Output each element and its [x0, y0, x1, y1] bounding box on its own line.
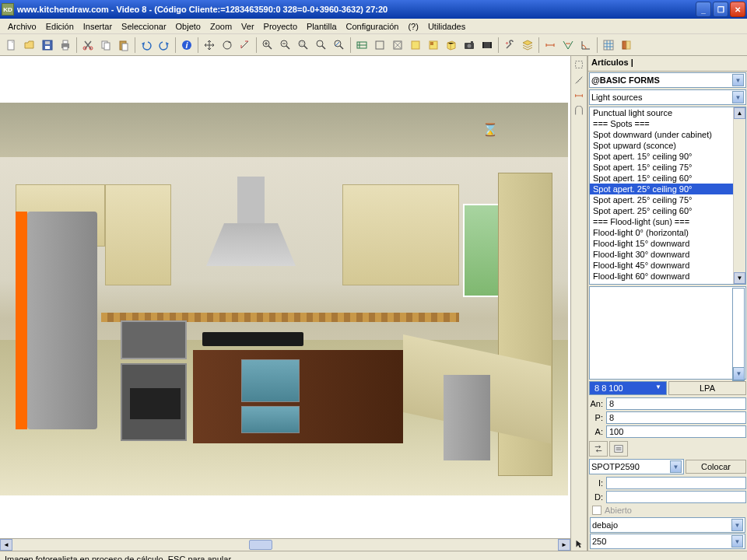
position-combo[interactable]: debajo ▼	[590, 517, 745, 533]
undo-icon[interactable]	[138, 37, 155, 54]
list-item[interactable]: Punctual light source	[590, 107, 745, 118]
vt-opening-icon[interactable]	[572, 104, 586, 118]
list-item[interactable]: Flood-light 30° downward	[590, 249, 745, 260]
view-plan-icon[interactable]	[353, 37, 370, 54]
view-real-icon[interactable]	[425, 37, 442, 54]
movie-icon[interactable]	[479, 37, 496, 54]
scroll-left-icon[interactable]: ◄	[0, 539, 12, 551]
list-icon[interactable]	[609, 441, 628, 457]
depth-input[interactable]	[606, 411, 746, 424]
tools-icon[interactable]	[501, 37, 518, 54]
maximize-button[interactable]: ❐	[713, 2, 728, 17]
reference-combo[interactable]: SPOTP2590 ▼	[589, 459, 684, 474]
articles-list[interactable]: Punctual light source=== Spots ===Spot d…	[589, 107, 746, 285]
list-item[interactable]: Flood-light 75° downward	[590, 282, 745, 285]
camera-icon[interactable]	[461, 37, 478, 54]
chevron-down-icon[interactable]: ▼	[733, 367, 745, 380]
measure-icon[interactable]	[237, 37, 254, 54]
list-item[interactable]: Spot apert. 15° ceiling 75°	[590, 162, 745, 173]
view-color-icon[interactable]	[407, 37, 424, 54]
minimize-button[interactable]: _	[696, 2, 711, 17]
catalog-combo[interactable]: @BASIC FORMS ▼	[589, 72, 746, 88]
list-item[interactable]: Spot downward (under cabinet)	[590, 129, 745, 140]
category-combo[interactable]: Light sources ▼	[589, 89, 746, 105]
view-wire-icon[interactable]	[389, 37, 406, 54]
swap-icon[interactable]	[589, 441, 608, 457]
scroll-right-icon[interactable]: ►	[558, 539, 570, 551]
vt-wall-icon[interactable]	[572, 89, 586, 103]
catalog-icon[interactable]	[618, 37, 635, 54]
list-item[interactable]: Spot apert. 15° ceiling 90°	[590, 151, 745, 162]
zoom-previous-icon[interactable]	[331, 37, 348, 54]
width-input[interactable]	[606, 397, 746, 410]
menu-proyecto[interactable]: Proyecto	[259, 20, 302, 33]
i-input[interactable]	[606, 477, 746, 489]
redo-icon[interactable]	[156, 37, 173, 54]
chevron-down-icon[interactable]: ▼	[670, 460, 682, 473]
list-item[interactable]: Spot apert. 25° ceiling 60°	[590, 205, 745, 216]
move-icon[interactable]	[201, 37, 218, 54]
vt-ruler-icon[interactable]	[572, 73, 586, 87]
list-item[interactable]: Spot apert. 25° ceiling 90°	[590, 184, 745, 194]
list-item[interactable]: Flood-light 45° downward	[590, 260, 745, 271]
list-item[interactable]: Flood-light 60° downward	[590, 271, 745, 282]
open-file-icon[interactable]	[21, 37, 38, 54]
altitude-combo[interactable]: 250 ▼	[590, 534, 745, 549]
layers-icon[interactable]	[519, 37, 536, 54]
close-button[interactable]: ✕	[730, 2, 745, 17]
menu-configuracion[interactable]: Configuración	[342, 20, 404, 33]
zoom-window-icon[interactable]	[295, 37, 312, 54]
horizontal-scrollbar[interactable]: ◄ ►	[0, 538, 570, 551]
menu-utilidades[interactable]: Utilidades	[423, 20, 470, 33]
list-item[interactable]: Flood-light 0° (horizontal)	[590, 227, 745, 238]
cut-icon[interactable]	[79, 37, 96, 54]
list-item[interactable]: Spot upward (sconce)	[590, 140, 745, 151]
chevron-down-icon[interactable]: ▼	[731, 519, 743, 531]
chevron-down-icon[interactable]: ▼	[731, 535, 743, 548]
menu-seleccionar[interactable]: Seleccionar	[117, 20, 170, 33]
paste-icon[interactable]	[115, 37, 132, 54]
scroll-down-icon[interactable]: ▼	[734, 272, 745, 284]
menu-archivo[interactable]: Archivo	[3, 20, 41, 33]
dim-h-icon[interactable]	[542, 37, 559, 54]
menu-edicion[interactable]: Edición	[41, 20, 79, 33]
list-item[interactable]: Flood-light 15° downward	[590, 238, 745, 249]
view-elevation-icon[interactable]	[371, 37, 388, 54]
viewport-3d[interactable]: ⌛	[0, 56, 570, 538]
dimensions-badge[interactable]: 8 8 100 ▼	[589, 381, 667, 395]
list-item[interactable]: Spot apert. 25° ceiling 75°	[590, 194, 745, 205]
menu-help[interactable]: (?)	[403, 20, 423, 33]
save-icon[interactable]	[39, 37, 56, 54]
list-item[interactable]: === Spots ===	[590, 118, 745, 129]
chevron-down-icon[interactable]: ▼	[732, 74, 744, 86]
place-button[interactable]: Colocar	[686, 460, 746, 474]
print-icon[interactable]	[57, 37, 74, 54]
scroll-thumb[interactable]	[249, 540, 272, 550]
vt-pointer-icon[interactable]	[572, 537, 586, 551]
vt-select-icon[interactable]	[572, 58, 586, 72]
new-file-icon[interactable]	[3, 37, 20, 54]
zoom-in-icon[interactable]	[259, 37, 276, 54]
view-persp-icon[interactable]	[443, 37, 460, 54]
list-item[interactable]: Spot apert. 15° ceiling 60°	[590, 173, 745, 184]
menu-insertar[interactable]: Insertar	[79, 20, 117, 33]
menu-objeto[interactable]: Objeto	[171, 20, 205, 33]
menu-ver[interactable]: Ver	[237, 20, 259, 33]
scroll-up-icon[interactable]: ▲	[734, 107, 745, 119]
zoom-fit-icon[interactable]	[313, 37, 330, 54]
copy-icon[interactable]	[97, 37, 114, 54]
list-item[interactable]: === Flood-light (sun) ===	[590, 216, 745, 227]
chevron-down-icon[interactable]: ▼	[732, 91, 744, 103]
grid-icon[interactable]	[600, 37, 617, 54]
lpa-button[interactable]: LPA	[668, 381, 746, 395]
dim-angle-icon[interactable]	[577, 37, 594, 54]
zoom-out-icon[interactable]	[277, 37, 294, 54]
rotate-icon[interactable]	[219, 37, 236, 54]
menu-zoom[interactable]: Zoom	[205, 20, 237, 33]
open-checkbox[interactable]	[592, 506, 601, 515]
d-input[interactable]	[606, 491, 746, 503]
info-icon[interactable]: i	[178, 37, 195, 54]
dim-v-icon[interactable]	[559, 37, 577, 54]
menu-plantilla[interactable]: Plantilla	[302, 20, 342, 33]
height-input[interactable]	[606, 425, 746, 438]
